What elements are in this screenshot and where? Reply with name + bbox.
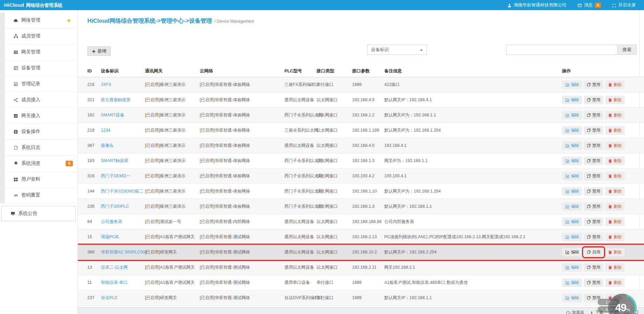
device-link[interactable]: 台达PLC <box>101 295 117 300</box>
delete-button[interactable]: 删除 <box>605 218 625 226</box>
delete-button[interactable]: 删除 <box>605 263 625 272</box>
device-link[interactable]: SMART触摸屏 <box>101 158 128 163</box>
delete-button[interactable]: 删除 <box>605 157 625 165</box>
cell-note: 100.100.4.1 <box>384 174 562 178</box>
sidebar-item-6[interactable]: 设备管理 <box>5 60 78 76</box>
disable-button[interactable]: 禁用 <box>584 96 603 104</box>
clone-icon <box>587 281 591 285</box>
edit-button[interactable]: 编辑 <box>562 81 582 89</box>
device-link[interactable]: 现场PC机 <box>101 234 120 239</box>
fullscreen-button[interactable]: 开启全屏 <box>612 2 636 8</box>
clone-icon <box>587 189 591 193</box>
sidebar-item-5[interactable]: 网关管理 <box>5 44 78 60</box>
device-link[interactable]: JXFX <box>101 82 111 87</box>
device-link[interactable]: 西门子DEMO一 <box>101 174 131 178</box>
add-button[interactable]: 新增 <box>87 46 111 56</box>
device-link[interactable]: 摄像头 <box>101 143 114 148</box>
cell-id: 11 <box>87 280 101 285</box>
edit-button[interactable]: 编辑 <box>562 141 582 150</box>
disable-button[interactable]: 禁用 <box>584 202 603 211</box>
sidebar-item-11[interactable]: 设备操作 <box>5 124 78 140</box>
device-link[interactable]: 西门子演示DEMO箱二 <box>101 189 143 194</box>
sidebar-item-15[interactable]: 用户资料 <box>5 172 78 187</box>
edit-button[interactable]: 编辑 <box>562 233 582 241</box>
cell-device: 现场PC机 <box>101 234 145 240</box>
device-link[interactable]: 智能仪表-串口 <box>101 280 128 285</box>
device-link[interactable]: 公司服务器 <box>101 219 122 224</box>
panel-button-2[interactable] <box>624 310 629 314</box>
edit-button[interactable]: 编辑 <box>562 157 582 165</box>
disable-button[interactable]: 禁用 <box>584 294 603 302</box>
panel-button-3[interactable] <box>634 310 639 314</box>
cell-interface-type: 以太网接口 <box>317 234 352 240</box>
edit-button[interactable]: 编辑 <box>562 172 582 180</box>
edit-button[interactable]: 编辑 <box>562 248 582 256</box>
delete-button[interactable]: 删除 <box>605 294 625 302</box>
search-input[interactable] <box>506 45 617 55</box>
search-button[interactable]: 搜索 <box>617 45 637 55</box>
edit-button[interactable]: 编辑 <box>562 96 582 104</box>
delete-button[interactable]: 删除 <box>605 141 625 150</box>
delete-button[interactable]: 删除 <box>605 248 625 256</box>
delete-button[interactable]: 删除 <box>605 278 625 287</box>
disable-button[interactable]: 禁用 <box>584 141 603 150</box>
delete-button[interactable]: 删除 <box>605 202 625 211</box>
sidebar-item-10[interactable]: 网关接入 <box>5 108 78 124</box>
edit-button[interactable]: 编辑 <box>562 126 582 135</box>
accelerator-button[interactable]: 加速器 <box>566 310 584 314</box>
cell-device: 仪表二-以太网 <box>101 265 145 270</box>
cell-id: 368 <box>87 250 101 254</box>
disable-button[interactable]: 禁用 <box>584 218 603 226</box>
cell-actions: 编辑禁用删除 <box>562 202 636 211</box>
device-link[interactable]: SMART设备 <box>101 113 124 117</box>
device-link[interactable]: 1234 <box>101 128 110 133</box>
edit-icon <box>565 174 570 178</box>
announce-icon <box>10 211 16 216</box>
edit-button[interactable]: 编辑 <box>562 294 582 302</box>
disable-button[interactable]: 禁用 <box>584 126 603 135</box>
device-link[interactable]: 西门子300PLC <box>101 204 129 209</box>
edit-button[interactable]: 编辑 <box>562 202 582 211</box>
cell-gateway: [已启用]株洲三菱演示 <box>145 82 200 88</box>
panel-button-1[interactable] <box>615 310 619 314</box>
device-link[interactable]: 仪表二-以太网 <box>101 265 128 270</box>
disable-button[interactable]: 禁用 <box>584 187 603 196</box>
delete-button[interactable]: 删除 <box>605 187 625 196</box>
sidebar-item-3[interactable]: 网络管理 <box>5 13 78 28</box>
sidebar-item-9[interactable]: 成员接入 <box>5 92 78 108</box>
edit-button[interactable]: 编辑 <box>562 187 582 196</box>
device-link[interactable]: 昆仑通泰触摸屏 <box>101 97 131 102</box>
delete-button[interactable]: 删除 <box>605 111 625 119</box>
edit-button[interactable]: 编辑 <box>562 263 582 272</box>
disable-button[interactable]: 禁用 <box>584 111 603 119</box>
cell-interface-param: 100.100.4.2 <box>352 174 384 178</box>
sidebar-item-14[interactable]: 系统消息0 <box>5 156 78 172</box>
account-menu[interactable]: 湖南华辰智通科技有限公司 <box>507 2 566 8</box>
delete-button[interactable]: 删除 <box>605 233 625 241</box>
enable-button[interactable]: 启用 <box>584 248 603 256</box>
sidebar-item-16[interactable]: 密码重置 <box>5 187 78 203</box>
delete-button[interactable]: 删除 <box>605 172 625 180</box>
disable-button[interactable]: 禁用 <box>584 81 603 89</box>
sidebar-item-8[interactable]: 管理记录 <box>5 76 78 92</box>
trash-icon <box>608 250 612 254</box>
disable-button[interactable]: 禁用 <box>584 233 603 241</box>
download-button[interactable]: 下载 <box>589 310 603 314</box>
edit-button[interactable]: 编辑 <box>562 111 582 119</box>
edit-button[interactable]: 编辑 <box>562 278 582 287</box>
delete-button[interactable]: 删除 <box>605 126 625 135</box>
delete-button[interactable]: 删除 <box>605 81 625 89</box>
delete-button[interactable]: 删除 <box>605 96 625 104</box>
filter-select[interactable]: 设备标识 <box>367 45 427 55</box>
device-link[interactable]: 华辰智通AC 500PLC001 <box>101 250 147 254</box>
messages-menu[interactable]: 消息 0 <box>577 2 601 8</box>
cell-note: 422接口 <box>384 82 562 88</box>
sidebar-item-18[interactable]: 系统公告 <box>1 206 76 221</box>
sidebar-item-12[interactable]: 系统日志 <box>5 140 78 156</box>
disable-button[interactable]: 禁用 <box>584 172 603 180</box>
disable-button[interactable]: 禁用 <box>584 278 603 287</box>
disable-button[interactable]: 禁用 <box>584 157 603 165</box>
disable-button[interactable]: 禁用 <box>584 263 603 272</box>
sidebar-item-4[interactable]: 成员管理 <box>5 28 78 44</box>
edit-button[interactable]: 编辑 <box>562 218 582 226</box>
